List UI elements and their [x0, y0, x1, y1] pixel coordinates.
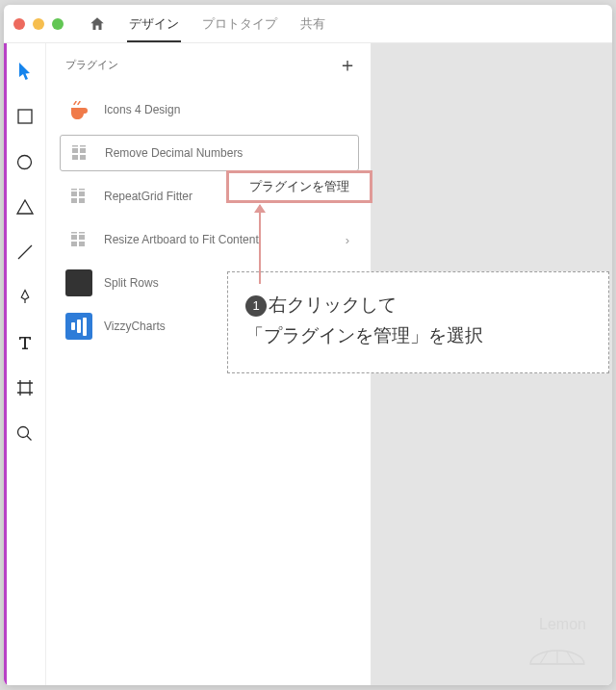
svg-line-2	[18, 245, 32, 259]
add-plugin-icon[interactable]: ＋	[338, 55, 357, 74]
bar-chart-icon	[65, 313, 92, 340]
text-tool-icon[interactable]	[14, 332, 36, 353]
grid-icon	[66, 140, 93, 166]
svg-rect-14	[79, 198, 85, 203]
svg-rect-18	[79, 235, 85, 240]
panel-title: プラグイン	[65, 58, 118, 72]
tab-share[interactable]: 共有	[298, 6, 327, 41]
plugin-label: RepeatGrid Fitter	[104, 190, 192, 203]
svg-line-4	[27, 436, 32, 441]
pen-tool-icon[interactable]	[14, 287, 36, 308]
svg-rect-7	[72, 155, 78, 160]
grid-icon	[65, 183, 92, 210]
svg-rect-9	[72, 145, 78, 147]
svg-rect-20	[79, 242, 85, 246]
panel-header: プラグイン ＋	[46, 43, 371, 86]
plugin-label: Remove Decimal Numbers	[105, 146, 243, 160]
svg-rect-13	[71, 198, 77, 203]
svg-rect-5	[72, 148, 78, 153]
select-tool-icon[interactable]	[14, 61, 36, 82]
triangle-tool-icon[interactable]	[14, 196, 36, 217]
svg-rect-8	[80, 155, 86, 160]
toolbar	[4, 43, 46, 685]
grid-icon	[65, 226, 92, 253]
callout-line2: 「プラグインを管理」を選択	[245, 325, 483, 345]
svg-rect-21	[71, 232, 77, 234]
ellipse-tool-icon[interactable]	[14, 151, 36, 172]
line-tool-icon[interactable]	[14, 242, 36, 263]
minimize-icon[interactable]	[33, 18, 44, 30]
svg-rect-0	[18, 110, 32, 123]
tab-prototype[interactable]: プロトタイプ	[200, 6, 279, 41]
home-icon[interactable]	[87, 13, 108, 35]
tab-design[interactable]: デザイン	[127, 6, 181, 41]
artboard-tool-icon[interactable]	[14, 377, 36, 398]
svg-point-3	[18, 426, 29, 437]
rectangle-tool-icon[interactable]	[14, 106, 36, 127]
svg-rect-15	[71, 189, 77, 191]
plugin-label: Icons 4 Design	[104, 103, 180, 116]
coffee-cup-icon	[65, 96, 92, 123]
svg-rect-19	[71, 242, 77, 246]
tabs: デザイン プロトタイプ 共有	[127, 6, 327, 41]
svg-point-1	[18, 155, 32, 168]
accent-bar	[4, 43, 7, 685]
svg-rect-10	[80, 145, 86, 147]
annotation-callout: 1右クリックして 「プラグインを管理」を選択	[227, 271, 609, 373]
rows-icon	[65, 269, 92, 296]
watermark-lemon-icon: Lemon	[516, 614, 591, 672]
window-controls	[13, 18, 64, 30]
plugin-item-icons4design[interactable]: Icons 4 Design	[60, 91, 359, 128]
plugin-item-remove-decimal[interactable]: Remove Decimal Numbers	[60, 135, 359, 171]
app-window: デザイン プロトタイプ 共有 プラグイン ＋	[4, 5, 612, 685]
close-icon[interactable]	[13, 18, 25, 30]
svg-text:Lemon: Lemon	[539, 616, 586, 632]
svg-rect-6	[80, 148, 86, 153]
plugin-label: VizzyCharts	[104, 319, 166, 333]
annotation-arrow	[259, 205, 261, 284]
plugin-label: Resize Artboard to Fit Content	[104, 233, 259, 246]
callout-line1: 右クリックして	[269, 294, 397, 315]
chevron-right-icon: ›	[346, 233, 349, 247]
context-menu-manage-plugins[interactable]: プラグインを管理	[226, 170, 372, 203]
titlebar: デザイン プロトタイプ 共有	[4, 5, 612, 43]
zoom-tool-icon[interactable]	[14, 422, 36, 444]
svg-rect-22	[79, 232, 85, 234]
svg-rect-16	[79, 189, 85, 191]
svg-rect-17	[71, 235, 77, 240]
svg-rect-12	[79, 192, 85, 196]
maximize-icon[interactable]	[52, 18, 64, 30]
plugin-item-resize-artboard[interactable]: Resize Artboard to Fit Content ›	[60, 221, 359, 258]
step-number: 1	[245, 295, 267, 317]
svg-rect-11	[71, 192, 77, 196]
plugin-label: Split Rows	[104, 276, 159, 290]
